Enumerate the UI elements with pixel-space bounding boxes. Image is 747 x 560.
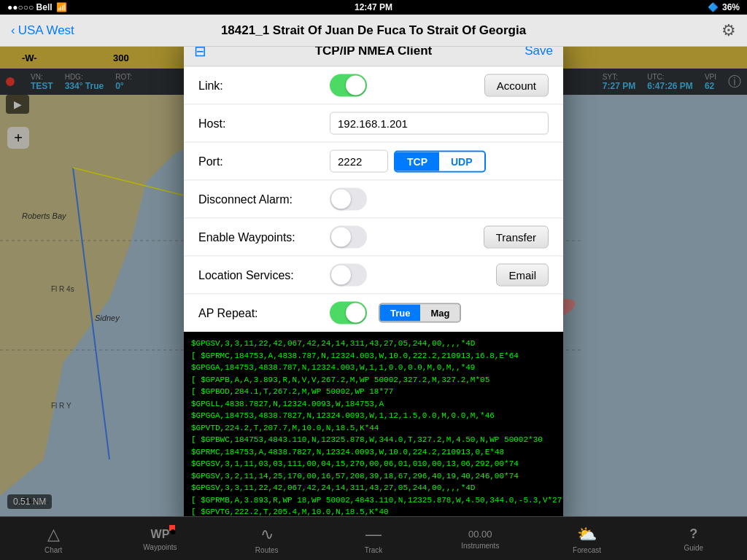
tcp-button[interactable]: TCP xyxy=(395,152,439,171)
true-button[interactable]: True xyxy=(380,305,420,322)
forecast-label: Forecast xyxy=(573,546,601,554)
chart-label: Chart xyxy=(44,546,62,554)
modal-header: ⊟ TCP/IP NMEA Client Save xyxy=(184,47,563,67)
tab-routes[interactable]: ∿ Routes xyxy=(214,521,320,557)
link-row: Link: Account xyxy=(184,67,563,105)
battery-label: 36% xyxy=(722,2,740,12)
true-mag-control: True Mag xyxy=(379,303,461,323)
waypoints-dot: ● xyxy=(169,525,175,531)
ap-repeat-toggle[interactable] xyxy=(330,302,367,324)
tab-forecast[interactable]: ⛅ Forecast xyxy=(533,521,640,557)
modal-title: TCP/IP NMEA Client xyxy=(315,47,433,58)
instruments-label: Instruments xyxy=(461,542,499,550)
waypoints-label: Enable Waypoints: xyxy=(198,230,330,244)
link-label: Link: xyxy=(198,79,330,92)
back-label: USA West xyxy=(18,23,74,38)
track-icon: — xyxy=(365,525,382,544)
guide-label: Guide xyxy=(684,544,703,552)
tab-instruments[interactable]: 00.00 Instruments xyxy=(427,524,533,553)
disconnect-alarm-label: Disconnect Alarm: xyxy=(198,192,330,206)
tab-waypoints[interactable]: WP ● Waypoints xyxy=(107,524,213,554)
status-time: 12:47 PM xyxy=(355,2,392,12)
modal-body: Link: Account Host: xyxy=(184,67,563,517)
instruments-icon: 00.00 xyxy=(468,529,492,540)
routes-label: Routes xyxy=(255,546,279,554)
nav-bar: ‹ USA West 18421_1 Strait Of Juan De Fuc… xyxy=(0,15,747,47)
location-services-control: Email xyxy=(330,264,549,287)
waypoints-icon: WP xyxy=(151,528,170,540)
modal-overlay[interactable]: ⊟ TCP/IP NMEA Client Save Link: Account xyxy=(0,47,747,516)
status-left: ●●○○○ Bell 📶 xyxy=(7,2,67,12)
save-button[interactable]: Save xyxy=(525,47,553,58)
tab-track[interactable]: — Track xyxy=(320,521,427,557)
ap-repeat-label: AP Repeat: xyxy=(198,306,330,319)
account-button[interactable]: Account xyxy=(484,74,549,97)
modal: ⊟ TCP/IP NMEA Client Save Link: Account xyxy=(184,47,563,516)
nmea-terminal[interactable]: $GPGSV,3,3,11,22,42,067,42,24,14,311,43,… xyxy=(184,332,563,517)
wifi-icon: 📶 xyxy=(56,2,67,12)
status-bar: ●●○○○ Bell 📶 12:47 PM 🔷 36% xyxy=(0,0,747,15)
nav-title: 18421_1 Strait Of Juan De Fuca To Strait… xyxy=(221,23,526,38)
port-control: TCP UDP xyxy=(330,150,549,173)
location-services-row: Location Services: Email xyxy=(184,257,563,295)
waypoints-label: Waypoints xyxy=(143,543,177,551)
chart-icon: △ xyxy=(47,525,60,544)
routes-icon: ∿ xyxy=(260,525,274,544)
status-right: 🔷 36% xyxy=(708,2,740,12)
disconnect-alarm-row: Disconnect Alarm: xyxy=(184,181,563,219)
gear-icon[interactable]: ⚙ xyxy=(721,21,736,40)
port-input[interactable] xyxy=(330,150,388,173)
bluetooth-icon: 🔷 xyxy=(708,2,719,12)
map-area[interactable]: -W- 300 330 -N- 030 060 VN: TEST HDG: 33… xyxy=(0,47,747,516)
book-icon[interactable]: ⊟ xyxy=(194,47,206,59)
disconnect-alarm-control xyxy=(330,188,549,211)
location-services-label: Location Services: xyxy=(198,268,330,281)
tab-bar: △ Chart WP ● Waypoints ∿ Routes — Track … xyxy=(0,516,747,560)
tab-chart[interactable]: △ Chart xyxy=(0,521,107,557)
chevron-left-icon: ‹ xyxy=(11,23,15,38)
email-button[interactable]: Email xyxy=(496,264,549,287)
waypoints-row: Enable Waypoints: Transfer xyxy=(184,219,563,257)
waypoints-toggle[interactable] xyxy=(330,226,367,249)
transfer-button[interactable]: Transfer xyxy=(484,226,549,249)
ap-repeat-control: True Mag xyxy=(330,302,549,324)
carrier-label: ●●○○○ Bell xyxy=(7,2,53,12)
host-row: Host: xyxy=(184,105,563,143)
forecast-icon: ⛅ xyxy=(577,525,597,544)
host-label: Host: xyxy=(198,117,330,130)
host-control xyxy=(330,112,549,135)
disconnect-alarm-toggle[interactable] xyxy=(330,188,367,211)
port-row: Port: TCP UDP xyxy=(184,143,563,181)
link-control: Account xyxy=(330,74,549,97)
waypoints-control: Transfer xyxy=(330,226,549,249)
udp-button[interactable]: UDP xyxy=(439,152,484,171)
back-button[interactable]: ‹ USA West xyxy=(11,23,74,38)
ap-repeat-row: AP Repeat: True Mag xyxy=(184,295,563,332)
link-toggle[interactable] xyxy=(330,74,367,97)
track-label: Track xyxy=(365,546,383,554)
mag-button[interactable]: Mag xyxy=(420,305,460,322)
port-label: Port: xyxy=(198,155,330,168)
tcp-udp-control: TCP UDP xyxy=(394,150,486,172)
guide-icon: ? xyxy=(689,526,697,542)
tab-guide[interactable]: ? Guide xyxy=(640,522,747,555)
host-input[interactable] xyxy=(330,112,549,135)
location-services-toggle[interactable] xyxy=(330,264,367,287)
